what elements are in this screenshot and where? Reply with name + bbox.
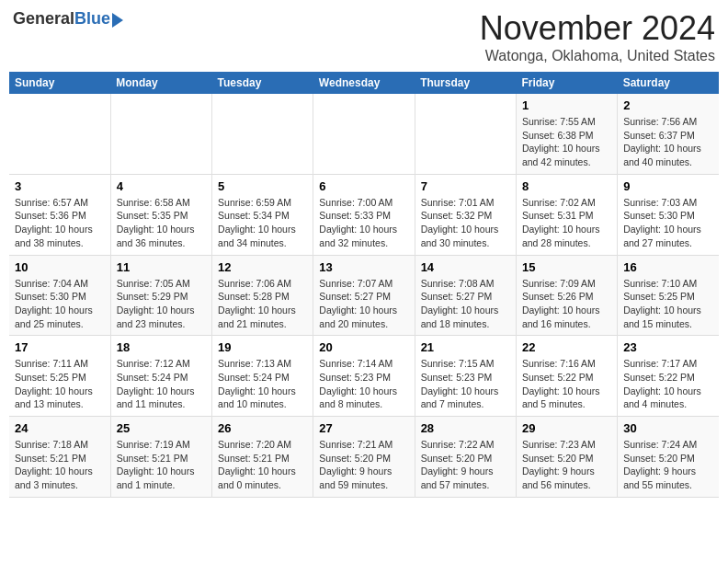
day-cell: 4Sunrise: 6:58 AM Sunset: 5:35 PM Daylig… [110,174,211,255]
month-title: November 2024 [480,9,715,48]
day-number: 4 [117,179,206,193]
day-number: 7 [421,179,510,193]
day-info: Sunrise: 7:14 AM Sunset: 5:23 PM Dayligh… [319,357,408,411]
day-cell: 28Sunrise: 7:22 AM Sunset: 5:20 PM Dayli… [415,417,516,498]
day-info: Sunrise: 7:01 AM Sunset: 5:32 PM Dayligh… [421,196,510,250]
day-cell: 17Sunrise: 7:11 AM Sunset: 5:25 PM Dayli… [9,336,110,417]
week-row-1: 1Sunrise: 7:55 AM Sunset: 6:38 PM Daylig… [9,94,719,174]
header-cell-saturday: Saturday [618,72,719,94]
header-cell-wednesday: Wednesday [313,72,415,94]
day-number: 23 [623,340,713,354]
day-cell [110,94,211,174]
logo-general-text: General [13,9,74,29]
calendar-table: SundayMondayTuesdayWednesdayThursdayFrid… [9,72,719,498]
day-number: 25 [117,421,206,435]
header-cell-sunday: Sunday [9,72,110,94]
day-number: 19 [218,340,307,354]
day-number: 11 [117,260,206,274]
day-info: Sunrise: 7:04 AM Sunset: 5:30 PM Dayligh… [15,277,105,331]
day-info: Sunrise: 7:24 AM Sunset: 5:20 PM Dayligh… [623,438,713,492]
calendar-body: 1Sunrise: 7:55 AM Sunset: 6:38 PM Daylig… [9,94,719,497]
week-row-5: 24Sunrise: 7:18 AM Sunset: 5:21 PM Dayli… [9,417,719,498]
day-cell: 30Sunrise: 7:24 AM Sunset: 5:20 PM Dayli… [618,417,719,498]
day-info: Sunrise: 7:17 AM Sunset: 5:22 PM Dayligh… [623,357,713,411]
day-cell: 29Sunrise: 7:23 AM Sunset: 5:20 PM Dayli… [516,417,617,498]
day-info: Sunrise: 7:15 AM Sunset: 5:23 PM Dayligh… [421,357,510,411]
header-cell-tuesday: Tuesday [212,72,313,94]
day-cell: 11Sunrise: 7:05 AM Sunset: 5:29 PM Dayli… [110,255,211,336]
day-cell [9,94,110,174]
day-cell [415,94,516,174]
week-row-4: 17Sunrise: 7:11 AM Sunset: 5:25 PM Dayli… [9,336,719,417]
day-cell [212,94,313,174]
day-cell: 2Sunrise: 7:56 AM Sunset: 6:37 PM Daylig… [618,94,719,174]
day-number: 2 [623,98,713,112]
day-info: Sunrise: 6:59 AM Sunset: 5:34 PM Dayligh… [218,196,307,250]
day-info: Sunrise: 7:13 AM Sunset: 5:24 PM Dayligh… [218,357,307,411]
day-cell: 9Sunrise: 7:03 AM Sunset: 5:30 PM Daylig… [618,174,719,255]
day-number: 30 [623,421,713,435]
day-info: Sunrise: 7:12 AM Sunset: 5:24 PM Dayligh… [117,357,206,411]
day-cell: 8Sunrise: 7:02 AM Sunset: 5:31 PM Daylig… [516,174,617,255]
day-info: Sunrise: 7:10 AM Sunset: 5:25 PM Dayligh… [623,277,713,331]
day-info: Sunrise: 7:11 AM Sunset: 5:25 PM Dayligh… [15,357,105,411]
day-info: Sunrise: 7:23 AM Sunset: 5:20 PM Dayligh… [522,438,611,492]
day-number: 29 [522,421,611,435]
logo-blue-text: Blue [74,9,110,29]
day-cell: 19Sunrise: 7:13 AM Sunset: 5:24 PM Dayli… [212,336,313,417]
day-number: 9 [623,179,713,193]
week-row-3: 10Sunrise: 7:04 AM Sunset: 5:30 PM Dayli… [9,255,719,336]
day-info: Sunrise: 7:18 AM Sunset: 5:21 PM Dayligh… [15,438,105,492]
header-cell-thursday: Thursday [415,72,516,94]
header-row: SundayMondayTuesdayWednesdayThursdayFrid… [9,72,719,94]
day-number: 27 [319,421,408,435]
header-cell-friday: Friday [516,72,617,94]
day-number: 8 [522,179,611,193]
day-info: Sunrise: 6:58 AM Sunset: 5:35 PM Dayligh… [117,196,206,250]
day-number: 16 [623,260,713,274]
day-info: Sunrise: 7:56 AM Sunset: 6:37 PM Dayligh… [623,115,713,169]
day-number: 13 [319,260,408,274]
logo: General Blue [13,9,123,29]
day-number: 21 [421,340,510,354]
logo-arrow-icon [112,13,123,28]
week-row-2: 3Sunrise: 6:57 AM Sunset: 5:36 PM Daylig… [9,174,719,255]
day-number: 1 [522,98,611,112]
page-header: General Blue November 2024 Watonga, Okla… [9,9,719,64]
calendar-header: SundayMondayTuesdayWednesdayThursdayFrid… [9,72,719,94]
day-info: Sunrise: 6:57 AM Sunset: 5:36 PM Dayligh… [15,196,105,250]
day-cell: 5Sunrise: 6:59 AM Sunset: 5:34 PM Daylig… [212,174,313,255]
day-cell [313,94,415,174]
day-cell: 23Sunrise: 7:17 AM Sunset: 5:22 PM Dayli… [618,336,719,417]
day-info: Sunrise: 7:22 AM Sunset: 5:20 PM Dayligh… [421,438,510,492]
day-info: Sunrise: 7:55 AM Sunset: 6:38 PM Dayligh… [522,115,611,169]
day-number: 15 [522,260,611,274]
day-cell: 14Sunrise: 7:08 AM Sunset: 5:27 PM Dayli… [415,255,516,336]
day-cell: 22Sunrise: 7:16 AM Sunset: 5:22 PM Dayli… [516,336,617,417]
day-info: Sunrise: 7:19 AM Sunset: 5:21 PM Dayligh… [117,438,206,492]
day-number: 20 [319,340,408,354]
day-number: 5 [218,179,307,193]
day-info: Sunrise: 7:00 AM Sunset: 5:33 PM Dayligh… [319,196,408,250]
day-info: Sunrise: 7:16 AM Sunset: 5:22 PM Dayligh… [522,357,611,411]
day-number: 24 [15,421,105,435]
day-cell: 18Sunrise: 7:12 AM Sunset: 5:24 PM Dayli… [110,336,211,417]
day-cell: 13Sunrise: 7:07 AM Sunset: 5:27 PM Dayli… [313,255,415,336]
day-cell: 21Sunrise: 7:15 AM Sunset: 5:23 PM Dayli… [415,336,516,417]
day-info: Sunrise: 7:08 AM Sunset: 5:27 PM Dayligh… [421,277,510,331]
day-cell: 7Sunrise: 7:01 AM Sunset: 5:32 PM Daylig… [415,174,516,255]
location-text: Watonga, Oklahoma, United States [480,48,715,64]
day-cell: 24Sunrise: 7:18 AM Sunset: 5:21 PM Dayli… [9,417,110,498]
day-cell: 25Sunrise: 7:19 AM Sunset: 5:21 PM Dayli… [110,417,211,498]
day-info: Sunrise: 7:07 AM Sunset: 5:27 PM Dayligh… [319,277,408,331]
header-cell-monday: Monday [110,72,211,94]
day-number: 12 [218,260,307,274]
day-info: Sunrise: 7:20 AM Sunset: 5:21 PM Dayligh… [218,438,307,492]
day-cell: 26Sunrise: 7:20 AM Sunset: 5:21 PM Dayli… [212,417,313,498]
day-info: Sunrise: 7:03 AM Sunset: 5:30 PM Dayligh… [623,196,713,250]
day-info: Sunrise: 7:06 AM Sunset: 5:28 PM Dayligh… [218,277,307,331]
day-info: Sunrise: 7:02 AM Sunset: 5:31 PM Dayligh… [522,196,611,250]
day-cell: 10Sunrise: 7:04 AM Sunset: 5:30 PM Dayli… [9,255,110,336]
day-number: 26 [218,421,307,435]
day-number: 17 [15,340,105,354]
